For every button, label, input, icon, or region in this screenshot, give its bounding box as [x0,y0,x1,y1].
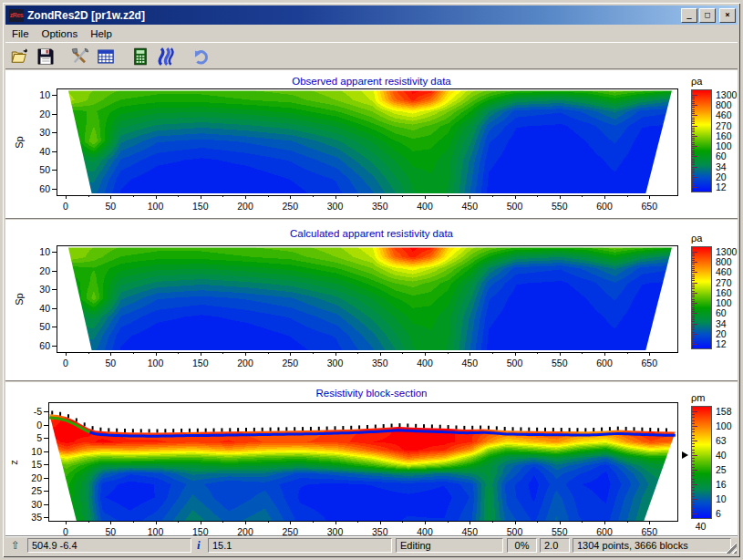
colorbar-minor-tick [692,118,695,119]
colorbar-tick [692,167,697,168]
level-marker-arrow [682,451,688,459]
x-axis-tick-label: 350 [372,358,388,368]
x-axis-tick [335,195,336,199]
colorbar-minor-tick [692,183,695,184]
colorbar-minor-tick [692,311,695,312]
status-scale: 2.0 [540,538,570,553]
data-table-button[interactable] [95,46,117,67]
open-file-button[interactable] [9,46,31,67]
x-axis-tick [604,521,605,524]
colorbar-tick [692,411,697,412]
x-axis-minor-tick [178,521,179,523]
pseudosection-canvas[interactable] [57,89,677,195]
colorbar-tick-label: 1300 [716,89,737,100]
x-axis-minor-tick [492,352,493,354]
colorbar-tick-label: 63 [716,435,727,446]
colorbar-minor-tick [692,414,695,415]
x-axis-tick [156,352,157,356]
x-axis-tick-label: 50 [105,358,116,368]
colorbar-minor-tick [692,295,695,296]
x-axis-tick-label: 250 [282,201,298,212]
x-axis-tick-label: 300 [327,358,344,368]
close-button[interactable]: × [719,8,736,23]
title-bar[interactable]: zRes ZondRes2D [pr1w.z2d] _ □ × [5,5,738,25]
y-axis-tick [52,271,57,272]
chart-title-block-section: Resistivity block-section [5,388,738,399]
menu-options[interactable]: Options [36,26,85,41]
colorbar-minor-tick [692,258,695,259]
plot-area-panel1[interactable] [57,88,678,196]
x-axis-tick [515,352,516,356]
plot-area-panel3[interactable] [48,402,678,522]
x-axis-tick-label: 150 [192,358,209,368]
x-axis-tick-label: 400 [417,201,433,212]
y-axis-tick-label: 5 [15,432,42,443]
x-axis-tick [425,521,426,524]
chart-title-calculated: Calculated apparent resistivity data [5,228,738,239]
colorbar-tick-label: 16 [716,479,727,490]
x-axis-minor-tick [313,195,314,197]
pseudosection-canvas[interactable] [57,246,677,352]
minimize-button[interactable]: _ [681,8,697,23]
colorbar-minor-tick [692,109,695,110]
menu-file[interactable]: File [5,26,36,41]
colorbar-minor-tick [692,329,695,330]
x-axis-minor-tick [268,352,269,354]
save-file-button[interactable] [35,46,57,67]
x-axis-minor-tick [357,521,358,523]
x-axis-minor-tick [627,521,628,523]
undo-button[interactable] [190,46,212,67]
colorbar-minor-tick [692,142,695,143]
colorbar-minor-tick [692,452,695,453]
x-axis-tick [380,352,381,356]
y-axis-tick-label: 30 [23,127,50,138]
model-options-button[interactable] [155,46,177,67]
plot-area-panel2[interactable] [57,245,678,353]
x-axis-tick-label: 450 [461,201,478,212]
y-axis-tick-label: 60 [23,340,50,351]
colorbar-tick-label: 34 [716,318,727,329]
x-axis-tick-label: 50 [105,201,116,212]
colorbar-unit-label: ρm [691,392,705,403]
x-axis-minor-tick [357,195,358,197]
x-axis-minor-tick [492,195,493,197]
colorbar-minor-tick [692,435,695,436]
x-axis-tick-label: 200 [237,358,253,368]
x-axis-tick [201,352,201,356]
menu-help[interactable]: Help [84,26,119,41]
pseudosection-canvas[interactable] [49,403,677,521]
colorbar-minor-tick [692,131,695,132]
colorbar-tick [692,344,697,345]
y-axis-tick [44,438,48,439]
colorbar-minor-tick [692,307,695,308]
colorbar-minor-tick [692,446,695,447]
colorbar-minor-tick [692,319,695,320]
colorbar-minor-tick [692,140,695,140]
x-axis-minor-tick [222,521,223,523]
colorbar-minor-tick [692,479,695,480]
colorbar-selected-level: 40 [696,521,707,532]
y-axis-tick [44,411,48,412]
colorbar-minor-tick [692,280,695,281]
inversion-button[interactable] [129,46,151,67]
open-folder-icon [11,47,29,66]
colorbar-tick-label: 100 [716,420,732,431]
colorbar-minor-tick [692,275,695,275]
x-axis-tick [290,352,291,356]
x-axis-tick [470,352,470,356]
y-axis-tick-label: 60 [23,183,50,194]
colorbar-tick [692,126,697,127]
x-axis-minor-tick [492,521,493,523]
y-axis-tick-label: 0 [15,420,42,430]
x-axis-tick [649,352,650,356]
status-coordinates: 504.9 -6.4 [27,538,191,553]
x-axis-tick [110,352,111,356]
maximize-button[interactable]: □ [699,8,716,23]
y-axis-tick-label: 10 [23,246,50,257]
y-axis-tick [52,289,57,290]
resize-grip[interactable] [725,542,737,554]
colorbar-tick-label: 158 [716,406,732,417]
colorbar-minor-tick [692,278,695,279]
colorbar-minor-tick [692,260,695,261]
setup-button[interactable] [69,46,91,67]
